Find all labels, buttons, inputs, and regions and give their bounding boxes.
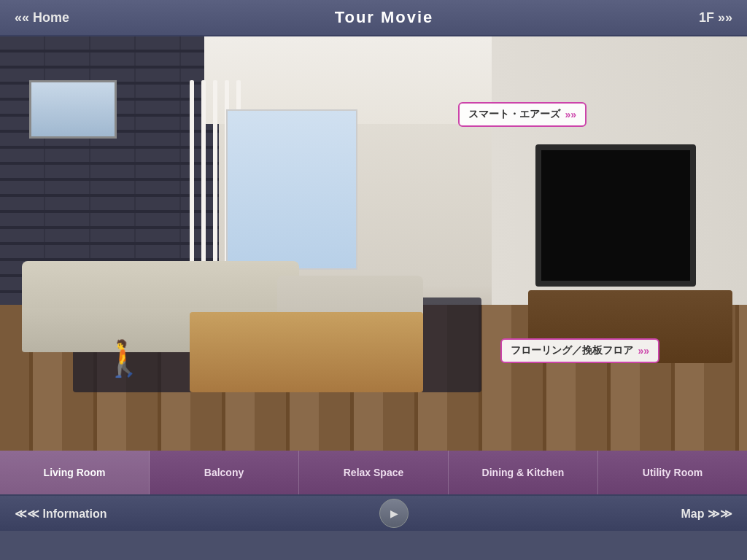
- tab-dining-kitchen[interactable]: Dining & Kitchen: [449, 451, 598, 494]
- room-background: 🚶 スマート・エアーズ »» フローリング／挽板フロア »»: [0, 36, 747, 451]
- tab-living-room[interactable]: Living Room: [0, 451, 150, 494]
- tab-relax-space[interactable]: Relax Space: [299, 451, 449, 494]
- tabs-bar: Living Room Balcony Relax Space Dining &…: [0, 451, 747, 494]
- information-button[interactable]: ≪≪ Information: [15, 507, 107, 521]
- annotation-smart-air[interactable]: スマート・エアーズ »»: [458, 102, 587, 127]
- left-window: [29, 80, 117, 139]
- floor-button[interactable]: 1F »»: [699, 10, 732, 26]
- annotation-flooring-text: フローリング／挽板フロア: [511, 344, 633, 357]
- footer: ≪≪ Information Map ≫≫: [0, 494, 747, 531]
- tab-utility-room[interactable]: Utility Room: [598, 451, 747, 494]
- room-view: 🚶 スマート・エアーズ »» フローリング／挽板フロア »»: [0, 36, 747, 451]
- annotation-smart-air-arrows: »»: [565, 109, 576, 120]
- header: «« Home Tour Movie 1F »»: [0, 0, 747, 36]
- tab-balcony[interactable]: Balcony: [150, 451, 299, 494]
- annotation-flooring-arrows: »»: [638, 345, 649, 357]
- map-button[interactable]: Map ≫≫: [681, 507, 732, 521]
- coffee-table: [190, 312, 423, 392]
- center-window: [226, 109, 357, 270]
- annotation-flooring[interactable]: フローリング／挽板フロア »»: [500, 338, 659, 363]
- annotation-smart-air-text: スマート・エアーズ: [468, 108, 560, 121]
- home-button[interactable]: «« Home: [15, 10, 69, 26]
- play-button[interactable]: [379, 499, 409, 528]
- person-silhouette: 🚶: [102, 341, 117, 392]
- page-title: Tour Movie: [335, 8, 434, 27]
- tv-screen: [535, 144, 696, 287]
